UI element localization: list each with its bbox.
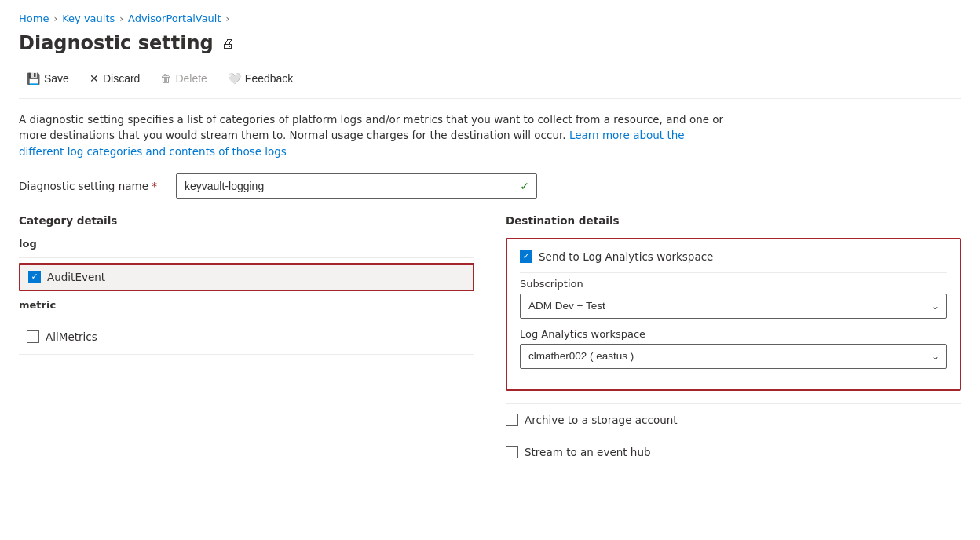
log-analytics-label: Send to Log Analytics workspace — [539, 250, 713, 263]
breadcrumb-key-vaults[interactable]: Key vaults — [62, 13, 115, 24]
subscription-label: Subscription — [520, 278, 947, 290]
event-hub-row: Stream to an event hub — [506, 436, 961, 468]
destination-details-title: Destination details — [506, 214, 961, 227]
two-column-layout: Category details log AuditEvent metric A… — [19, 214, 961, 478]
print-icon[interactable]: 🖨 — [221, 36, 234, 51]
discard-icon: ✕ — [90, 72, 99, 85]
delete-label: Delete — [175, 72, 207, 85]
metric-section: metric AllMetrics — [19, 299, 474, 355]
metric-bottom-divider — [19, 354, 474, 355]
workspace-field: Log Analytics workspace clmather002 ( ea… — [520, 328, 947, 369]
log-analytics-box: Send to Log Analytics workspace Subscrip… — [506, 238, 961, 391]
workspace-dropdown[interactable]: clmather002 ( eastus ) — [520, 344, 947, 369]
storage-account-row: Archive to a storage account — [506, 403, 961, 436]
event-hub-checkbox[interactable] — [506, 446, 518, 458]
audit-event-row: AuditEvent — [19, 263, 474, 291]
workspace-dropdown-wrapper: clmather002 ( eastus ) ⌄ — [520, 344, 947, 369]
feedback-button[interactable]: 🤍 Feedback — [220, 68, 301, 89]
subscription-dropdown-wrapper: ADM Dev + Test ⌄ — [520, 294, 947, 319]
log-section: log AuditEvent — [19, 238, 474, 291]
breadcrumb-home[interactable]: Home — [19, 13, 49, 24]
page-title-row: Diagnostic setting 🖨 — [19, 32, 961, 54]
category-details-title: Category details — [19, 214, 474, 227]
breadcrumb: Home › Key vaults › AdvisorPortalVault › — [19, 13, 961, 24]
log-analytics-checkbox-row: Send to Log Analytics workspace — [520, 250, 947, 263]
workspace-label: Log Analytics workspace — [520, 328, 947, 340]
audit-event-checkbox[interactable] — [28, 271, 41, 283]
audit-event-label: AuditEvent — [47, 271, 105, 283]
feedback-icon: 🤍 — [228, 72, 241, 85]
la-divider1 — [520, 272, 947, 273]
setting-name-input[interactable] — [176, 173, 537, 199]
page-title: Diagnostic setting — [19, 32, 214, 54]
bottom-divider — [506, 472, 961, 473]
metric-divider — [19, 319, 474, 319]
setting-name-row: Diagnostic setting name * ✓ — [19, 173, 961, 199]
category-details-section: Category details log AuditEvent metric A… — [19, 214, 474, 478]
log-label: log — [19, 238, 474, 253]
subscription-dropdown[interactable]: ADM Dev + Test — [520, 294, 947, 319]
setting-name-label: Diagnostic setting name * — [19, 180, 160, 192]
breadcrumb-vault[interactable]: AdvisorPortalVault — [128, 13, 221, 24]
discard-button[interactable]: ✕ Discard — [82, 68, 148, 89]
all-metrics-checkbox[interactable] — [27, 330, 39, 343]
storage-account-checkbox[interactable] — [506, 414, 518, 426]
subscription-field: Subscription ADM Dev + Test ⌄ — [520, 278, 947, 319]
log-analytics-checkbox[interactable] — [520, 250, 532, 263]
delete-icon: 🗑 — [160, 72, 171, 85]
description-text: A diagnostic setting specifies a list of… — [19, 111, 726, 159]
save-icon: 💾 — [27, 72, 40, 85]
event-hub-label: Stream to an event hub — [525, 446, 651, 458]
metric-label: metric — [19, 299, 474, 314]
storage-account-label: Archive to a storage account — [525, 414, 678, 426]
feedback-label: Feedback — [245, 72, 293, 85]
discard-label: Discard — [103, 72, 140, 85]
save-label: Save — [44, 72, 69, 85]
check-icon: ✓ — [520, 180, 529, 192]
all-metrics-label: AllMetrics — [46, 330, 97, 343]
log-divider — [19, 257, 474, 258]
delete-button[interactable]: 🗑 Delete — [152, 68, 214, 89]
all-metrics-row: AllMetrics — [19, 324, 474, 349]
setting-name-input-wrapper: ✓ — [176, 173, 537, 199]
toolbar: 💾 Save ✕ Discard 🗑 Delete 🤍 Feedback — [19, 68, 961, 99]
save-button[interactable]: 💾 Save — [19, 68, 77, 89]
destination-details-section: Destination details Send to Log Analytic… — [506, 214, 961, 478]
